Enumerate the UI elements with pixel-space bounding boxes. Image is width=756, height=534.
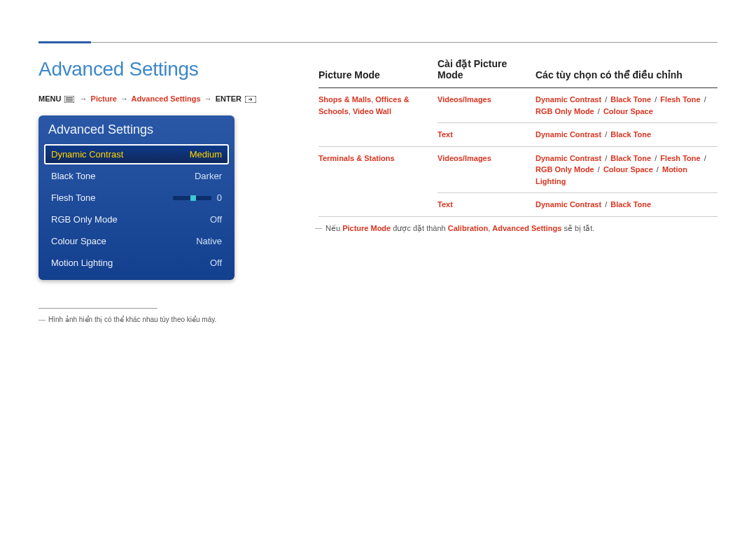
cell-options: Dynamic Contrast / Black Tone / Flesh To… (536, 146, 718, 193)
footnote-text: ―Hình ảnh hiển thị có thể khác nhau tùy … (38, 314, 276, 325)
cell-setting: Videos/Images (438, 146, 536, 193)
osd-item-label: Motion Lighting (51, 258, 113, 268)
osd-item[interactable]: Flesh Tone0 (44, 188, 229, 208)
table-row: Shops & Malls, Offices & Schools, Video … (318, 88, 718, 123)
osd-item[interactable]: Colour SpaceNative (44, 231, 229, 251)
osd-item[interactable]: Black ToneDarker (44, 166, 229, 186)
osd-item-value: Medium (190, 149, 222, 160)
svg-rect-3 (66, 101, 73, 101)
osd-panel: Advanced Settings Dynamic ContrastMedium… (38, 115, 234, 280)
cell-setting: Text (438, 193, 536, 217)
osd-title: Advanced Settings (38, 115, 234, 144)
breadcrumb-arrow: → (119, 94, 130, 103)
enter-button-icon (245, 96, 256, 103)
breadcrumb-picture: Picture (91, 94, 117, 103)
page-title: Advanced Settings (38, 58, 276, 80)
menu-button-icon (64, 96, 74, 103)
osd-item-label: Colour Space (51, 236, 106, 246)
osd-menu-list: Dynamic ContrastMediumBlack ToneDarkerFl… (38, 144, 234, 273)
note-right: Nếu Picture Mode được đặt thành Calibrat… (318, 223, 718, 235)
cell-picture-mode: Shops & Malls, Offices & Schools, Video … (318, 88, 438, 147)
cell-picture-mode: Terminals & Stations (318, 146, 438, 216)
section-divider (38, 42, 718, 43)
osd-item-value: Native (196, 236, 222, 246)
cell-options: Dynamic Contrast / Black Tone / Flesh To… (536, 88, 718, 123)
osd-item-value: Off (210, 214, 222, 225)
osd-item-value: Off (210, 258, 222, 268)
breadcrumb-advanced: Advanced Settings (132, 94, 201, 103)
osd-item-label: RGB Only Mode (51, 214, 118, 225)
cell-options: Dynamic Contrast / Black Tone (536, 123, 718, 147)
table-header-picture-mode: Picture Mode (318, 58, 438, 88)
table-header-adjustable: Các tùy chọn có thể điều chỉnh (536, 58, 718, 88)
table-row: Terminals & StationsVideos/ImagesDynamic… (318, 146, 718, 193)
settings-table: Picture Mode Cài đặt Picture Mode Các tù… (318, 58, 718, 217)
osd-item[interactable]: RGB Only ModeOff (44, 209, 229, 230)
breadcrumb-enter: ENTER (216, 94, 241, 103)
osd-item-value: Darker (195, 171, 222, 181)
breadcrumb-arrow: → (203, 94, 214, 103)
breadcrumb-menu: MENU (38, 94, 61, 103)
osd-slider[interactable] (173, 196, 211, 200)
cell-setting: Text (438, 123, 536, 147)
osd-item-label: Dynamic Contrast (51, 149, 123, 160)
osd-item-value: 0 (217, 192, 222, 203)
breadcrumb-arrow: → (78, 94, 89, 103)
svg-rect-1 (66, 97, 73, 98)
cell-setting: Videos/Images (438, 88, 536, 123)
breadcrumb: MENU → Picture → Advanced Settings → ENT… (38, 94, 276, 103)
table-header-setting: Cài đặt Picture Mode (438, 58, 536, 88)
osd-item[interactable]: Dynamic ContrastMedium (44, 144, 229, 164)
osd-item-label: Black Tone (51, 171, 95, 181)
osd-item-label: Flesh Tone (51, 192, 95, 203)
footnote-divider (38, 308, 158, 309)
cell-options: Dynamic Contrast / Black Tone (536, 193, 718, 217)
osd-item[interactable]: Motion LightingOff (44, 253, 229, 273)
svg-rect-2 (66, 99, 73, 100)
